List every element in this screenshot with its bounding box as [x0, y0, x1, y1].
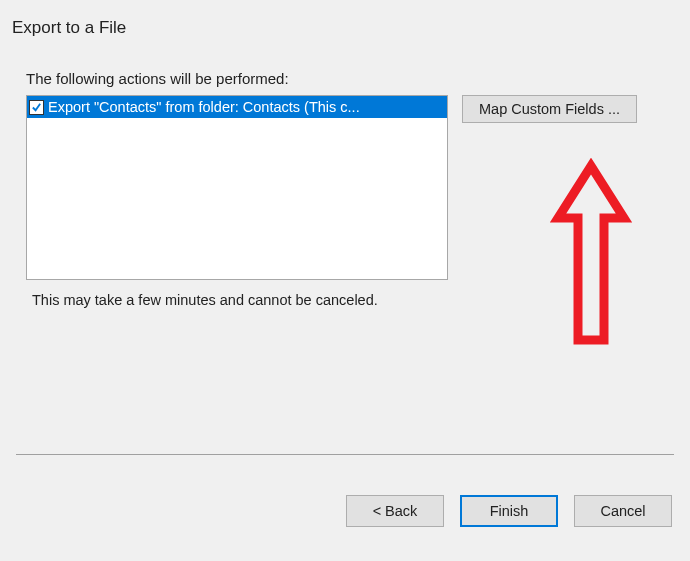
export-dialog: Export to a File The following actions w… [0, 0, 690, 561]
checkbox-icon[interactable] [29, 100, 44, 115]
main-row: Export "Contacts" from folder: Contacts … [26, 95, 672, 280]
note-text: This may take a few minutes and cannot b… [26, 292, 672, 308]
divider [16, 454, 674, 455]
cancel-button[interactable]: Cancel [574, 495, 672, 527]
wizard-buttons: < Back Finish Cancel [346, 495, 672, 527]
instruction-text: The following actions will be performed: [26, 70, 672, 87]
actions-list[interactable]: Export "Contacts" from folder: Contacts … [26, 95, 448, 280]
list-item[interactable]: Export "Contacts" from folder: Contacts … [27, 96, 447, 118]
dialog-content: The following actions will be performed:… [0, 48, 690, 318]
finish-button[interactable]: Finish [460, 495, 558, 527]
dialog-title: Export to a File [0, 0, 690, 48]
map-custom-fields-button[interactable]: Map Custom Fields ... [462, 95, 637, 123]
list-item-label: Export "Contacts" from folder: Contacts … [48, 99, 360, 115]
back-button[interactable]: < Back [346, 495, 444, 527]
